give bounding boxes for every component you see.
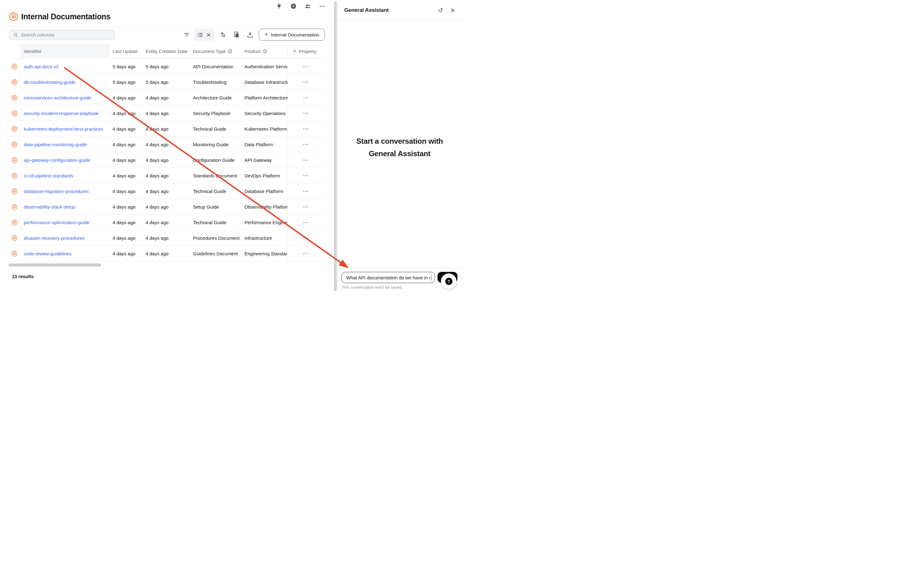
add-internal-documentation-button[interactable]: + Internal Documentation	[259, 29, 325, 41]
table-row[interactable]: kubernetes-deployment-best-practices 4 d…	[9, 121, 324, 136]
last-update-cell: 4 days ago	[110, 105, 143, 121]
row-menu-button[interactable]: •••	[301, 157, 310, 163]
sort-icon[interactable]	[219, 31, 227, 38]
identifier-link[interactable]: observability-stack-setup	[24, 204, 75, 210]
document-type-cell: Technical Guide	[190, 215, 241, 230]
identifier-link[interactable]: auth-api-docs-v2	[24, 64, 59, 69]
last-update-cell: 4 days ago	[110, 168, 143, 183]
conversation-disclaimer: This conversation won't be saved.	[342, 285, 402, 290]
document-type-cell: Procedures Document	[190, 230, 241, 246]
identifier-link[interactable]: code-review-guidelines	[24, 251, 71, 256]
column-header-identifier[interactable]: Identifier	[21, 44, 110, 59]
row-menu-button[interactable]: •••	[301, 126, 310, 132]
vertical-scrollbar[interactable]	[334, 1, 337, 291]
copy-icon[interactable]	[233, 31, 240, 38]
close-icon[interactable]: ×	[451, 7, 455, 14]
row-icon-cell	[9, 246, 21, 261]
row-menu-button[interactable]: •••	[301, 235, 310, 241]
identifier-link[interactable]: database-migration-procedures	[24, 189, 89, 194]
table-row[interactable]: ci-cd-pipeline-standards 4 days ago 4 da…	[9, 168, 324, 183]
document-asset-icon	[11, 63, 18, 70]
table-row[interactable]: disaster-recovery-procedures 4 days ago …	[9, 230, 324, 246]
identifier-link[interactable]: db-troubleshooting-guide	[24, 79, 76, 85]
main-content: Internal Documentations	[0, 0, 335, 294]
clear-view-icon[interactable]	[205, 32, 212, 38]
column-header-document-type[interactable]: Document Type	[190, 44, 241, 59]
document-asset-icon	[11, 110, 18, 117]
identifier-link[interactable]: api-gateway-configuration-guide	[24, 158, 90, 163]
row-menu-button[interactable]: •••	[301, 251, 310, 256]
chat-input[interactable]	[342, 272, 435, 283]
identifier-link[interactable]: security-incident-response-playbook	[24, 111, 99, 116]
search-input[interactable]	[21, 30, 111, 39]
table-row[interactable]: database-migration-procedures 4 days ago…	[9, 183, 324, 199]
table-row[interactable]: microservices-architecture-guide 4 days …	[9, 90, 324, 105]
documents-table: Identifier Last Update Entity Creation D…	[9, 44, 324, 261]
identifier-link[interactable]: data-pipeline-monitoring-guide	[24, 142, 87, 147]
row-icon-cell	[9, 230, 21, 246]
product-cell: Kubernetes Platform	[241, 121, 287, 136]
download-icon[interactable]	[246, 31, 254, 38]
play-circle-icon[interactable]	[290, 3, 297, 9]
product-cell: Platform Architecture	[241, 90, 287, 105]
column-header-last-update[interactable]: Last Update	[110, 44, 143, 59]
table-row[interactable]: data-pipeline-monitoring-guide 4 days ag…	[9, 136, 324, 152]
entity-creation-date-cell: 4 days ago	[143, 152, 190, 168]
document-asset-icon	[11, 172, 18, 179]
table-body: auth-api-docs-v2 5 days ago 5 days ago A…	[9, 59, 324, 261]
add-property-column-header[interactable]: + Property	[287, 44, 324, 59]
more-icon[interactable]	[319, 3, 325, 9]
document-type-cell: Standards Document	[190, 168, 241, 183]
document-asset-icon	[11, 219, 18, 226]
grouped-view-control[interactable]	[194, 29, 215, 41]
add-button-label: Internal Documentation	[271, 32, 319, 38]
row-menu-button[interactable]: •••	[301, 110, 310, 116]
identifier-link[interactable]: ci-cd-pipeline-standards	[24, 173, 73, 178]
identifier-link[interactable]: kubernetes-deployment-best-practices	[24, 126, 103, 131]
document-asset-icon	[11, 203, 18, 210]
search-icon	[13, 33, 18, 38]
row-menu-button[interactable]: •••	[301, 64, 310, 69]
table-row[interactable]: performance-optimization-guide 4 days ag…	[9, 215, 324, 230]
row-icon-cell	[9, 183, 21, 199]
row-menu-button[interactable]: •••	[301, 95, 310, 101]
search-box[interactable]	[9, 30, 115, 40]
users-icon[interactable]	[305, 3, 311, 9]
entity-creation-date-cell: 4 days ago	[143, 90, 190, 105]
row-menu-button[interactable]: •••	[301, 79, 310, 85]
filter-icon[interactable]	[183, 31, 191, 38]
row-menu-button[interactable]: •••	[301, 188, 310, 194]
chat-input-box[interactable]	[342, 272, 435, 283]
product-cell: API Gateway	[241, 152, 287, 168]
table-row[interactable]: observability-stack-setup 4 days ago 4 d…	[9, 199, 324, 215]
entity-creation-date-cell: 4 days ago	[143, 199, 190, 215]
row-menu-button[interactable]: •••	[301, 204, 310, 210]
table-row[interactable]: db-troubleshooting-guide 5 days ago 5 da…	[9, 74, 324, 90]
table-row[interactable]: api-gateway-configuration-guide 4 days a…	[9, 152, 324, 168]
table-row[interactable]: auth-api-docs-v2 5 days ago 5 days ago A…	[9, 59, 324, 74]
last-update-cell: 4 days ago	[110, 90, 143, 105]
last-update-cell: 5 days ago	[110, 74, 143, 90]
column-header-product[interactable]: Product	[241, 44, 287, 59]
row-icon-cell	[9, 168, 21, 183]
product-cell: Database Platform	[241, 183, 287, 199]
help-widget-button[interactable]: ?	[441, 273, 457, 289]
document-asset-icon	[11, 94, 18, 101]
row-menu-button[interactable]: •••	[301, 220, 310, 225]
identifier-link[interactable]: microservices-architecture-guide	[24, 95, 91, 100]
reset-conversation-icon[interactable]: ↺	[438, 7, 443, 13]
product-cell: DevOps Platform	[241, 168, 287, 183]
row-menu-button[interactable]: •••	[301, 173, 310, 179]
row-menu-button[interactable]: •••	[301, 141, 310, 148]
last-update-cell: 4 days ago	[110, 215, 143, 230]
table-row[interactable]: security-incident-response-playbook 4 da…	[9, 105, 324, 121]
last-update-cell: 4 days ago	[110, 152, 143, 168]
entity-creation-date-cell: 5 days ago	[143, 74, 190, 90]
identifier-link[interactable]: disaster-recovery-procedures	[24, 235, 84, 241]
column-header-entity-creation-date[interactable]: Entity Creation Date	[143, 44, 190, 59]
plug-icon[interactable]	[276, 3, 282, 9]
product-cell: Engineering Standards	[241, 246, 287, 261]
table-row[interactable]: code-review-guidelines 4 days ago 4 days…	[9, 246, 324, 261]
identifier-link[interactable]: performance-optimization-guide	[24, 220, 89, 225]
horizontal-scrollbar[interactable]	[8, 263, 101, 266]
